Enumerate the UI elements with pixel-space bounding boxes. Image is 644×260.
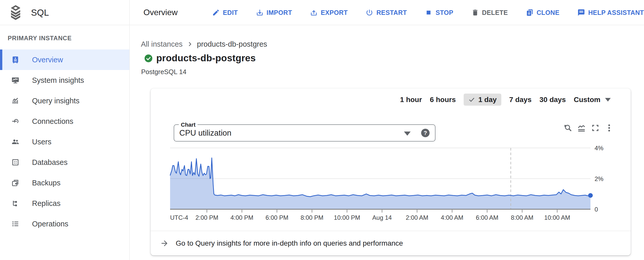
pencil-icon bbox=[212, 9, 220, 16]
import-button-label: IMPORT bbox=[267, 9, 292, 16]
import-button[interactable]: IMPORT bbox=[256, 9, 292, 16]
time-range-custom[interactable]: Custom bbox=[574, 96, 611, 104]
connections-icon bbox=[11, 117, 19, 125]
metrics-card: 1 hour 6 hours 1 day 7 days 30 days Cust… bbox=[151, 88, 631, 255]
cpu-series-line bbox=[170, 158, 590, 197]
sidebar-item-databases-label: Databases bbox=[32, 158, 68, 167]
chevron-down-icon bbox=[404, 132, 411, 136]
chart-toolbar bbox=[563, 123, 614, 133]
cpu-utilization-chart[interactable]: UTC-42:00 PM4:00 PM6:00 PM8:00 PM10:00 P… bbox=[170, 147, 611, 224]
y-tick-label: 0 bbox=[595, 206, 598, 213]
fullscreen-icon bbox=[591, 123, 600, 133]
chart-metric-select-value: CPU utilization bbox=[179, 125, 231, 141]
time-range-1-hour[interactable]: 1 hour bbox=[400, 96, 422, 104]
instance-engine-version: PostgreSQL 14 bbox=[141, 68, 186, 76]
x-tick-label: 6:00 PM bbox=[265, 214, 288, 221]
trash-icon bbox=[471, 9, 479, 16]
x-tick-label: 2:00 AM bbox=[406, 214, 428, 221]
instance-icon bbox=[11, 56, 19, 64]
x-tick-label: 4:00 AM bbox=[441, 214, 463, 221]
sidebar-item-operations[interactable]: Operations bbox=[0, 214, 129, 234]
fullscreen-button[interactable] bbox=[590, 123, 600, 133]
sidebar-item-connections[interactable]: Connections bbox=[0, 111, 129, 132]
time-range-1-day-label: 1 day bbox=[478, 96, 497, 104]
export-button-label: EXPORT bbox=[321, 9, 348, 16]
stop-button[interactable]: STOP bbox=[425, 9, 453, 16]
delete-button[interactable]: DELETE bbox=[471, 9, 508, 16]
users-icon bbox=[11, 138, 19, 146]
area-chart-icon bbox=[577, 123, 586, 133]
page-title: Overview bbox=[143, 8, 178, 17]
sidebar-item-system-insights-label: System insights bbox=[32, 76, 84, 85]
area-chart-toggle-button[interactable] bbox=[576, 123, 587, 133]
time-range-6-hours[interactable]: 6 hours bbox=[430, 96, 456, 104]
main-content: All instances products-db-postgres produ… bbox=[130, 25, 644, 260]
delete-button-label: DELETE bbox=[482, 9, 508, 16]
y-tick-label: 4% bbox=[595, 145, 604, 152]
time-range-1-day[interactable]: 1 day bbox=[464, 94, 501, 106]
product-logo-area[interactable]: SQL bbox=[0, 0, 130, 25]
zoom-reset-button[interactable] bbox=[563, 123, 573, 133]
time-range-custom-label: Custom bbox=[574, 96, 600, 104]
restart-button-label: RESTART bbox=[376, 9, 407, 16]
instance-actions-toolbar: EDIT IMPORT EXPORT RESTART bbox=[212, 0, 638, 25]
zoom-reset-icon bbox=[563, 123, 572, 133]
query-insights-link-label: Go to Query insights for more in-depth i… bbox=[176, 239, 403, 247]
instance-title-row: products-db-postgres bbox=[144, 52, 256, 64]
query-insights-link[interactable]: Go to Query insights for more in-depth i… bbox=[151, 231, 631, 255]
time-range-30-days[interactable]: 30 days bbox=[539, 96, 566, 104]
x-tick-label: 6:00 AM bbox=[476, 214, 498, 221]
clone-button[interactable]: CLONE bbox=[526, 9, 560, 16]
y-tick-label: 2% bbox=[595, 175, 604, 182]
restart-button[interactable]: RESTART bbox=[366, 9, 407, 16]
help-icon[interactable]: ? bbox=[421, 129, 430, 137]
sidebar-section-label: PRIMARY INSTANCE bbox=[0, 25, 129, 42]
breadcrumb-all-instances[interactable]: All instances bbox=[141, 40, 183, 48]
x-tick-label: 4:00 PM bbox=[231, 214, 253, 221]
chart-more-options-button[interactable] bbox=[604, 123, 614, 133]
sidebar-item-operations-label: Operations bbox=[32, 220, 68, 228]
clone-icon bbox=[526, 9, 534, 16]
x-tick-label: UTC-4 bbox=[170, 214, 188, 221]
arrow-forward-icon bbox=[160, 239, 169, 248]
chart-metric-select[interactable]: Chart CPU utilization ? bbox=[174, 124, 435, 142]
cpu-chart-svg: UTC-42:00 PM4:00 PM6:00 PM8:00 PM10:00 P… bbox=[170, 147, 611, 224]
sidebar-item-query-insights[interactable]: Query insights bbox=[0, 91, 129, 111]
export-button[interactable]: EXPORT bbox=[310, 9, 348, 16]
x-tick-label: 8:00 AM bbox=[511, 214, 533, 221]
chevron-right-icon bbox=[187, 41, 193, 47]
kebab-menu-icon bbox=[605, 123, 614, 133]
sidebar-item-overview[interactable]: Overview bbox=[0, 49, 129, 70]
sidebar-item-users[interactable]: Users bbox=[0, 132, 129, 152]
help-assistant-button-label: HELP ASSISTANT bbox=[588, 9, 644, 16]
x-tick-label: 8:00 PM bbox=[300, 214, 323, 221]
stop-icon bbox=[425, 9, 432, 16]
time-range-selector: 1 hour 6 hours 1 day 7 days 30 days Cust… bbox=[400, 94, 611, 106]
edit-button-label: EDIT bbox=[223, 9, 238, 16]
sidebar-item-replicas[interactable]: Replicas bbox=[0, 193, 129, 214]
breadcrumb-current: products-db-postgres bbox=[197, 40, 267, 48]
export-icon bbox=[310, 9, 318, 16]
sidebar-item-connections-label: Connections bbox=[32, 117, 73, 126]
help-assistant-button[interactable]: HELP ASSISTANT bbox=[577, 9, 644, 16]
power-icon bbox=[366, 9, 373, 16]
time-range-7-days[interactable]: 7 days bbox=[509, 96, 532, 104]
edit-button[interactable]: EDIT bbox=[212, 9, 238, 16]
x-tick-label: 10:00 PM bbox=[334, 214, 360, 221]
cpu-series-area bbox=[170, 158, 590, 209]
system-insights-icon bbox=[11, 76, 19, 84]
sidebar-item-system-insights[interactable]: System insights bbox=[0, 70, 129, 91]
clone-button-label: CLONE bbox=[537, 9, 560, 16]
operations-icon bbox=[11, 220, 19, 228]
sidebar-item-databases[interactable]: Databases bbox=[0, 152, 129, 173]
check-icon bbox=[468, 96, 475, 103]
chevron-down-icon bbox=[605, 98, 611, 102]
x-tick-label: 2:00 PM bbox=[195, 214, 218, 221]
sidebar: PRIMARY INSTANCE Overview System insight… bbox=[0, 25, 130, 260]
instance-name: products-db-postgres bbox=[156, 53, 256, 64]
top-bar: SQL Overview EDIT IMPORT EXPORT bbox=[0, 0, 644, 25]
sidebar-nav: Overview System insights Query insights … bbox=[0, 49, 129, 234]
product-name: SQL bbox=[31, 7, 49, 18]
sidebar-item-backups[interactable]: Backups bbox=[0, 173, 129, 193]
top-bar-main: Overview EDIT IMPORT EXPORT bbox=[130, 0, 644, 25]
